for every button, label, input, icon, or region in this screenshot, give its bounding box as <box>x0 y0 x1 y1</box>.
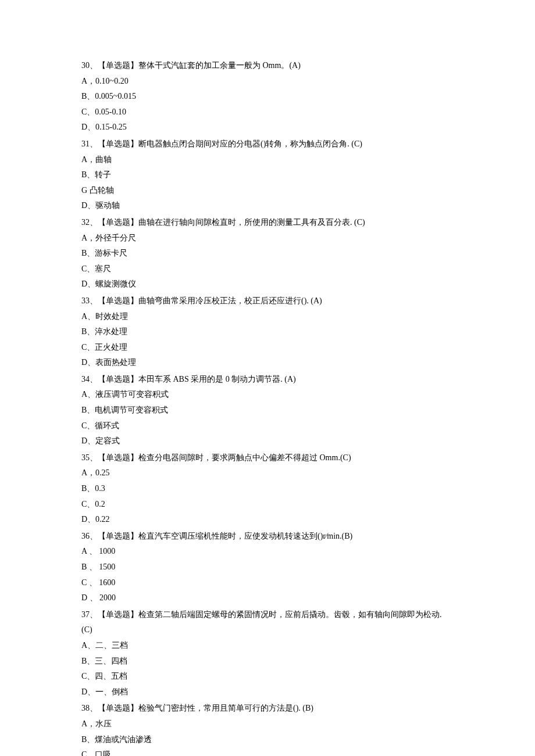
question-text: 31、【单选题】断电器触点闭合期间对应的分电器()转角，称为触点闭合角. (C) <box>81 137 454 152</box>
question-text: 37、【单选题】检查第二轴后端固定螺母的紧固情况时，应前后撬动。齿毂，如有轴向间… <box>81 607 454 638</box>
option-line: D、螺旋测微仪 <box>81 277 454 292</box>
option-line: C、0.05-0.10 <box>81 105 454 120</box>
option-line: A、时效处理 <box>81 309 454 325</box>
option-line: B、电机调节可变容积式 <box>81 403 454 418</box>
question-block: 36、【单选题】检直汽车空调压缩机性能时，应使发动机转速达到()r∕min.(B… <box>81 529 454 606</box>
option-line: C、四、五档 <box>81 669 454 685</box>
document-body: 30、【单选题】整体干式汽缸套的加工余量一般为 Omm。(A)A，0.10~0.… <box>81 58 454 756</box>
option-line: B、淬水处理 <box>81 324 454 340</box>
question-text: 30、【单选题】整体干式汽缸套的加工余量一般为 Omm。(A) <box>81 58 454 74</box>
option-line: A，曲轴 <box>81 152 454 168</box>
option-line: B、0.3 <box>81 481 454 497</box>
option-line: A，0.10~0.20 <box>81 74 454 89</box>
option-line: B、游标卡尺 <box>81 246 454 261</box>
option-line: A、二、三档 <box>81 638 454 654</box>
option-line: C、正火处理 <box>81 340 454 356</box>
option-line: C 、 1600 <box>81 575 454 591</box>
option-line: B、0.005~0.015 <box>81 89 454 105</box>
option-line: A、液压调节可变容积式 <box>81 387 454 403</box>
option-line: D、一、倒档 <box>81 685 454 700</box>
question-block: 35、【单选题】检查分电器间隙时，要求两触点中心偏差不得超过 Omm.(C)A，… <box>81 450 454 528</box>
question-text: 33、【单选题】曲轴弯曲常采用冷压校正法，校正后还应进行(). (A) <box>81 293 454 309</box>
option-line: C、口吸 <box>81 747 454 756</box>
question-block: 31、【单选题】断电器触点闭合期间对应的分电器()转角，称为触点闭合角. (C)… <box>81 137 454 214</box>
question-text: 35、【单选题】检查分电器间隙时，要求两触点中心偏差不得超过 Omm.(C) <box>81 450 454 466</box>
question-block: 33、【单选题】曲轴弯曲常采用冷压校正法，校正后还应进行(). (A)A、时效处… <box>81 293 454 371</box>
question-text: 38、【单选题】检验气门密封性，常用且简单可行的方法是(). (B) <box>81 701 454 716</box>
option-line: B、转子 <box>81 167 454 183</box>
option-line: C、塞尺 <box>81 261 454 277</box>
option-line: G 凸轮轴 <box>81 183 454 199</box>
question-text: 32、【单选题】曲轴在进行轴向间隙检直时，所使用的测量工具有及百分表. (C) <box>81 215 454 231</box>
option-line: B、三、四档 <box>81 654 454 669</box>
option-line: A 、 1000 <box>81 544 454 560</box>
question-block: 37、【单选题】检查第二轴后端固定螺母的紧固情况时，应前后撬动。齿毂，如有轴向间… <box>81 607 454 700</box>
option-line: A，水压 <box>81 716 454 732</box>
option-line: D、0.15-0.25 <box>81 120 454 135</box>
question-text: 34、【单选题】本田车系 ABS 采用的是 0 制动力调节器. (A) <box>81 372 454 388</box>
option-line: D 、 2000 <box>81 590 454 606</box>
option-line: D、驱动轴 <box>81 198 454 214</box>
option-line: C、循环式 <box>81 418 454 434</box>
option-line: B 、 1500 <box>81 560 454 575</box>
option-line: A，外径千分尺 <box>81 231 454 246</box>
option-line: D、定容式 <box>81 433 454 449</box>
question-text: 36、【单选题】检直汽车空调压缩机性能时，应使发动机转速达到()r∕min.(B… <box>81 529 454 544</box>
option-line: D、0.22 <box>81 512 454 528</box>
option-line: D、表面热处理 <box>81 355 454 371</box>
question-block: 38、【单选题】检验气门密封性，常用且简单可行的方法是(). (B)A，水压B、… <box>81 701 454 756</box>
question-block: 32、【单选题】曲轴在进行轴向间隙检直时，所使用的测量工具有及百分表. (C)A… <box>81 215 454 292</box>
option-line: A，0.25 <box>81 465 454 481</box>
option-line: C、0.2 <box>81 497 454 513</box>
question-block: 30、【单选题】整体干式汽缸套的加工余量一般为 Omm。(A)A，0.10~0.… <box>81 58 454 135</box>
option-line: B、煤油或汽油渗透 <box>81 732 454 748</box>
question-block: 34、【单选题】本田车系 ABS 采用的是 0 制动力调节器. (A)A、液压调… <box>81 372 454 449</box>
